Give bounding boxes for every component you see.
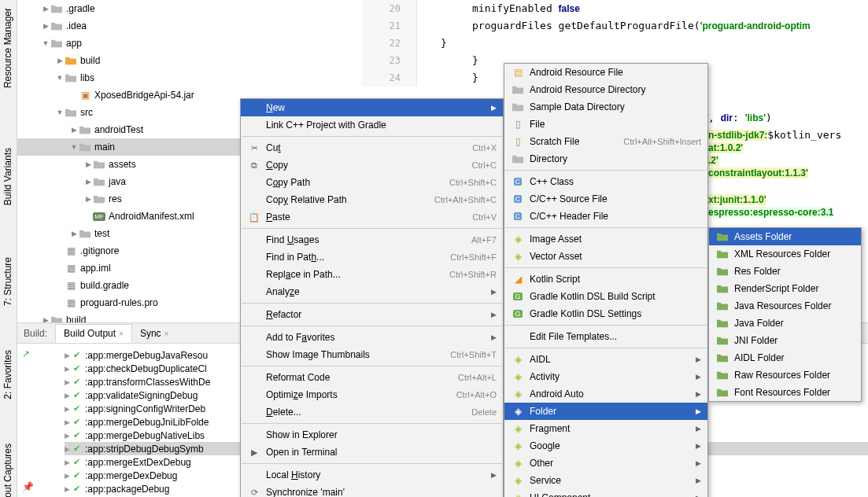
context-menu[interactable]: New▶Link C++ Project with Gradle✂CutCtrl… [240, 98, 504, 497]
tree-item[interactable]: ▶.gradle [17, 0, 362, 17]
menu-item[interactable]: Refactor▶ [241, 306, 503, 323]
menu-item[interactable]: Local History▶ [241, 466, 503, 484]
tree-arrow-icon[interactable]: ▼ [55, 74, 65, 82]
menu-item[interactable]: Find in Path...Ctrl+Shift+F [241, 248, 503, 266]
close-icon[interactable]: × [119, 329, 124, 338]
menu-item[interactable]: New▶ [241, 99, 503, 116]
tool-tab-build-variants[interactable]: Build Variants [0, 142, 16, 212]
menu-item[interactable]: Find UsagesAlt+F7 [241, 231, 503, 248]
menu-item[interactable]: GGradle Kotlin DSL Settings [504, 305, 707, 322]
menu-item[interactable]: 📋PasteCtrl+V [241, 208, 503, 226]
tree-arrow-icon[interactable]: ▶ [55, 57, 65, 64]
menu-item[interactable]: Font Resources Folder [709, 384, 861, 401]
menu-item[interactable]: Show Image ThumbnailsCtrl+Shift+T [241, 346, 503, 363]
menu-item[interactable]: Sample Data Directory [504, 98, 707, 116]
left-tool-rail: Resource Manager Build Variants 7: Struc… [0, 0, 17, 497]
folder-icon [79, 141, 91, 153]
menu-item[interactable]: ⟳Synchronize 'main' [241, 484, 503, 497]
tree-arrow-icon[interactable]: ▶ [83, 160, 93, 168]
menu-item[interactable]: ◈Activity▶ [504, 368, 707, 385]
tool-tab-favorites[interactable]: 2: Favorites [0, 344, 16, 406]
menu-item[interactable]: Replace in Path...Ctrl+Shift+R [241, 266, 503, 283]
menu-item[interactable]: ◈Vector Asset [504, 248, 707, 265]
folder-icon: ▦ [65, 245, 77, 257]
menu-item[interactable]: Link C++ Project with Gradle [241, 116, 503, 134]
menu-item-icon: ◈ [511, 354, 525, 365]
menu-item[interactable]: ▯Scratch FileCtrl+Alt+Shift+Insert [504, 133, 707, 150]
tree-arrow-icon[interactable]: ▼ [69, 143, 79, 151]
menu-item-label: Edit File Templates... [530, 331, 701, 342]
menu-item[interactable]: ◈Google▶ [504, 437, 707, 455]
menu-item[interactable]: Reformat CodeCtrl+Alt+L [241, 369, 503, 386]
menu-item[interactable]: Res Folder [709, 263, 861, 280]
menu-item[interactable]: ◈Image Asset [504, 230, 707, 248]
menu-item[interactable]: Copy PathCtrl+Shift+C [241, 174, 503, 191]
menu-item[interactable]: JNI Folder [709, 332, 861, 349]
menu-item[interactable]: ◢Kotlin Script [504, 271, 707, 288]
menu-item-icon [715, 336, 729, 345]
tree-arrow-icon[interactable]: ▶ [83, 178, 93, 186]
menu-item[interactable]: GGradle Kotlin DSL Build Script [504, 288, 707, 305]
menu-item[interactable]: Directory [504, 150, 707, 168]
chevron-right-icon: ▶ [696, 494, 701, 497]
menu-item[interactable]: Raw Resources Folder [709, 366, 861, 384]
menu-item[interactable]: Java Folder [709, 315, 861, 332]
menu-item[interactable]: Assets Folder [709, 228, 861, 245]
menu-item[interactable]: ◈Service▶ [504, 472, 707, 489]
menu-item[interactable]: ▯File [504, 116, 707, 133]
build-tab-sync[interactable]: Sync× [132, 325, 177, 342]
menu-item[interactable]: Optimize ImportsCtrl+Alt+O [241, 386, 503, 403]
menu-item[interactable]: Analyze▶ [241, 283, 503, 300]
menu-item[interactable]: Java Resources Folder [709, 297, 861, 315]
tree-item[interactable]: ▼app [17, 35, 362, 52]
tree-item[interactable]: ▶build [17, 52, 362, 69]
menu-item[interactable]: ▤Android Resource File [504, 64, 707, 81]
close-icon[interactable]: × [164, 329, 169, 338]
tool-tab-layout-captures[interactable]: Layout Captures [0, 437, 16, 497]
tree-arrow-icon[interactable]: ▶ [69, 126, 79, 134]
menu-item-icon: ◈ [511, 475, 525, 486]
build-tab-output[interactable]: Build Output× [55, 324, 132, 343]
chevron-right-icon: ▶ [696, 407, 701, 415]
tree-arrow-icon[interactable]: ▼ [41, 39, 50, 47]
menu-item[interactable]: ✂CutCtrl+X [241, 139, 503, 156]
menu-item[interactable]: Edit File Templates... [504, 328, 707, 345]
menu-item[interactable]: ◈AIDL▶ [504, 351, 707, 368]
menu-item[interactable]: Delete...Delete [241, 403, 503, 421]
menu-item[interactable]: RenderScript Folder [709, 280, 861, 297]
tool-tab-resource-manager[interactable]: Resource Manager [0, 2, 16, 94]
menu-item[interactable]: CC/C++ Header File [504, 208, 707, 225]
tree-arrow-icon[interactable]: ▶ [41, 22, 50, 30]
menu-item[interactable]: Show in Explorer [241, 426, 503, 444]
folder-submenu[interactable]: Assets FolderXML Resources FolderRes Fol… [708, 227, 862, 402]
menu-item[interactable]: ◈Fragment▶ [504, 420, 707, 437]
menu-item-icon: ▯ [511, 136, 525, 147]
menu-item[interactable]: CC/C++ Source File [504, 190, 707, 208]
pin-icon[interactable]: 📌 [22, 481, 34, 492]
tree-arrow-icon[interactable]: ▶ [83, 195, 93, 203]
menu-item[interactable]: Android Resource Directory [504, 81, 707, 98]
tree-arrow-icon[interactable]: ▶ [41, 316, 50, 322]
menu-item[interactable]: ⧉CopyCtrl+C [241, 156, 503, 174]
menu-item[interactable]: AIDL Folder [709, 349, 861, 366]
tree-item[interactable]: ▶.idea [17, 17, 362, 35]
rebuild-icon[interactable]: ↗ [22, 348, 30, 359]
folder-icon: ▣ [79, 89, 91, 101]
menu-item[interactable]: XML Resources Folder [709, 245, 861, 263]
menu-item[interactable]: ▶Open in Terminal [241, 444, 503, 461]
menu-item[interactable]: CC++ Class [504, 173, 707, 190]
tool-tab-structure[interactable]: 7: Structure [0, 251, 16, 312]
tree-arrow-icon[interactable]: ▶ [69, 230, 79, 237]
menu-item-icon: ▤ [511, 67, 525, 78]
tree-item[interactable]: ▼libs [17, 69, 362, 87]
menu-item[interactable]: ◈Folder▶ [504, 403, 707, 420]
menu-item[interactable]: ◈Android Auto▶ [504, 385, 707, 403]
new-submenu[interactable]: ▤Android Resource FileAndroid Resource D… [504, 63, 708, 497]
menu-item[interactable]: Add to Favorites▶ [241, 329, 503, 346]
check-icon: ✔ [73, 444, 80, 454]
menu-item[interactable]: Copy Relative PathCtrl+Alt+Shift+C [241, 191, 503, 208]
menu-item[interactable]: ◈UI Component▶ [504, 489, 707, 497]
menu-item[interactable]: ◈Other▶ [504, 455, 707, 472]
tree-arrow-icon[interactable]: ▶ [41, 5, 50, 13]
tree-arrow-icon[interactable]: ▼ [55, 109, 65, 116]
